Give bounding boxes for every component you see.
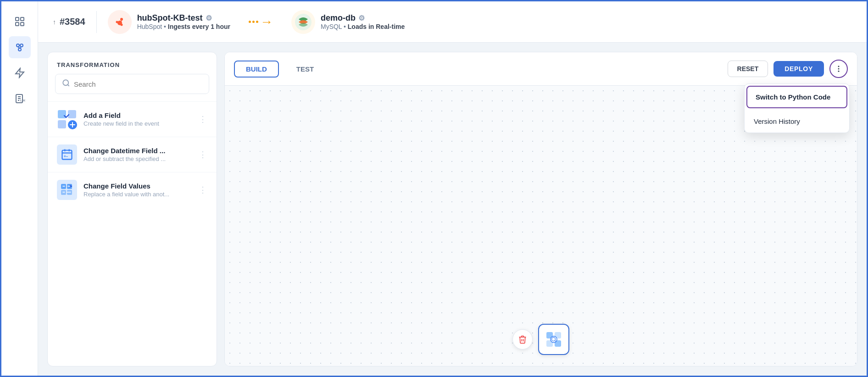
svg-line-18 — [121, 21, 122, 22]
svg-point-5 — [20, 44, 23, 47]
svg-rect-2 — [16, 22, 19, 26]
pipeline-id-text: #3584 — [60, 17, 85, 27]
more-options-button[interactable] — [829, 60, 848, 78]
sidebar-item-events[interactable] — [9, 62, 31, 84]
dropdown-item-version-history[interactable]: Version History — [745, 110, 849, 133]
svg-rect-0 — [16, 17, 19, 21]
transform-item-add-field[interactable]: Add a Field Create new field in the even… — [48, 101, 217, 137]
pipeline-arrow: → — [249, 15, 273, 29]
svg-rect-28 — [68, 110, 76, 118]
left-panel: TRANSFORMATION — [47, 52, 217, 366]
toolbar: BUILD TEST RESET DEPLOY — [225, 52, 857, 86]
arrow-dots — [249, 21, 258, 23]
transform-list: Add a Field Create new field in the even… — [48, 101, 217, 207]
main-area: ↑ #3584 — [38, 1, 867, 376]
svg-point-42 — [838, 71, 840, 72]
svg-marker-9 — [16, 68, 24, 78]
up-arrow-icon: ↑ — [53, 18, 56, 26]
canvas-actions — [225, 324, 857, 355]
arrow-icon: → — [260, 15, 273, 29]
add-field-icon — [57, 109, 77, 129]
svg-point-4 — [17, 44, 19, 47]
content-area: TRANSFORMATION — [38, 43, 867, 376]
change-field-desc: Replace a field value with anot... — [83, 191, 192, 198]
add-field-text: Add a Field Create new field in the even… — [83, 111, 192, 127]
svg-rect-3 — [21, 22, 24, 26]
pipeline-id: ↑ #3584 — [53, 17, 85, 27]
datetime-name: Change Datetime Field ... — [83, 147, 192, 155]
svg-line-20 — [118, 22, 118, 22]
sidebar-item-logs[interactable]: LOG — [9, 88, 31, 110]
source-connector: hubSpot-KB-test ⚙ HubSpot • Ingests ever… — [108, 10, 230, 34]
search-icon — [62, 79, 70, 89]
svg-text:LOG: LOG — [20, 99, 25, 102]
add-field-desc: Create new field in the event — [83, 120, 192, 127]
destination-gear-icon[interactable]: ⚙ — [358, 14, 365, 22]
svg-point-25 — [63, 80, 68, 85]
add-field-more-icon[interactable]: ⋮ — [199, 114, 207, 124]
top-header: ↑ #3584 — [38, 1, 867, 43]
svg-line-8 — [20, 47, 22, 48]
change-field-name: Change Field Values — [83, 182, 192, 190]
destination-info: demo-db ⚙ MySQL • Loads in Real-time — [321, 13, 405, 30]
deploy-button[interactable]: DEPLOY — [773, 61, 824, 77]
add-field-name: Add a Field — [83, 111, 192, 119]
svg-rect-27 — [58, 110, 66, 118]
reset-button[interactable]: RESET — [728, 61, 768, 77]
svg-point-40 — [838, 66, 840, 67]
right-panel: BUILD TEST RESET DEPLOY — [224, 52, 857, 366]
change-field-more-icon[interactable]: ⋮ — [199, 185, 207, 195]
destination-connector: demo-db ⚙ MySQL • Loads in Real-time — [291, 10, 405, 34]
dropdown-item-switch-python[interactable]: Switch to Python Code — [746, 86, 847, 108]
transform-item-change-field[interactable]: Change Field Values Replace a field valu… — [48, 172, 217, 207]
svg-point-16 — [120, 18, 123, 21]
dropdown-menu: Switch to Python Code Version History — [744, 83, 850, 133]
svg-point-41 — [838, 68, 840, 70]
source-gear-icon[interactable]: ⚙ — [206, 14, 212, 22]
source-info: hubSpot-KB-test ⚙ HubSpot • Ingests ever… — [137, 13, 230, 30]
svg-line-7 — [18, 47, 20, 48]
search-input[interactable] — [74, 80, 202, 88]
sidebar-item-grid[interactable] — [9, 11, 31, 33]
delete-button[interactable] — [512, 329, 533, 349]
change-field-text: Change Field Values Replace a field valu… — [83, 182, 192, 198]
svg-line-22 — [121, 24, 121, 24]
source-icon — [108, 10, 132, 34]
svg-rect-1 — [21, 17, 24, 21]
tab-build[interactable]: BUILD — [234, 61, 279, 78]
svg-line-26 — [67, 84, 69, 86]
svg-rect-29 — [58, 120, 66, 128]
transform-fab-button[interactable] — [538, 324, 569, 355]
panel-title: TRANSFORMATION — [48, 52, 217, 74]
header-divider — [96, 11, 97, 33]
datetime-text: Change Datetime Field ... Add or subtrac… — [83, 147, 192, 162]
app-layout: LOG ↑ #3584 — [1, 1, 867, 376]
tab-test[interactable]: TEST — [284, 61, 326, 78]
search-box[interactable] — [55, 74, 209, 94]
source-sub: HubSpot • Ingests every 1 hour — [137, 23, 230, 30]
svg-text:+−: +− — [64, 155, 68, 159]
change-field-icon — [57, 180, 77, 200]
sidebar: LOG — [1, 1, 38, 376]
datetime-more-icon[interactable]: ⋮ — [199, 150, 207, 160]
datetime-desc: Add or subtract the specified ... — [83, 155, 192, 162]
source-name: hubSpot-KB-test ⚙ — [137, 13, 230, 23]
svg-point-6 — [18, 48, 21, 51]
transform-item-datetime[interactable]: +− Change Datetime Field ... Add or subt… — [48, 137, 217, 172]
destination-icon — [291, 10, 315, 34]
sidebar-item-transform[interactable] — [9, 36, 31, 58]
datetime-icon: +− — [57, 144, 77, 165]
svg-point-19 — [116, 21, 118, 23]
destination-name: demo-db ⚙ — [321, 13, 405, 23]
destination-sub: MySQL • Loads in Real-time — [321, 23, 405, 30]
